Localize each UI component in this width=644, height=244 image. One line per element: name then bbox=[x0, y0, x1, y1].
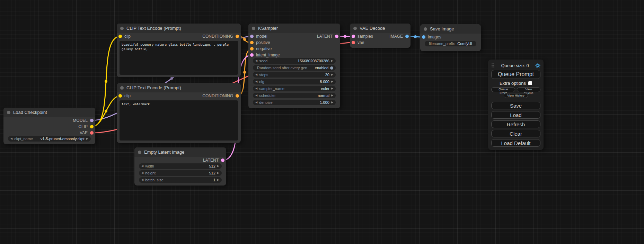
widget-name: denoise bbox=[259, 100, 273, 105]
widget-filename-prefix[interactable]: filename_prefix ComfyUI bbox=[425, 41, 476, 46]
node-title-bar[interactable]: Empty Latent Image bbox=[134, 147, 226, 157]
widget-batch-size[interactable]: ◀ batch_size 1 ▶ bbox=[139, 177, 222, 183]
output-slot-conditioning: CONDITIONING bbox=[202, 93, 239, 99]
collapse-dot-icon[interactable] bbox=[353, 27, 357, 30]
input-slot-model: model bbox=[250, 33, 267, 39]
widget-sampler-name[interactable]: ◀ sampler_name euler ▶ bbox=[253, 86, 336, 91]
view-history-button[interactable]: View History bbox=[504, 93, 528, 98]
input-dot-latent-image[interactable] bbox=[250, 53, 254, 57]
input-dot-negative[interactable] bbox=[250, 47, 254, 51]
node-empty-latent-image[interactable]: Empty Latent Image LATENT ◀ width 512 ▶ … bbox=[134, 147, 226, 186]
increment-arrow-icon[interactable]: ▶ bbox=[331, 100, 333, 105]
decrement-arrow-icon[interactable]: ◀ bbox=[255, 72, 257, 78]
decrement-arrow-icon[interactable]: ◀ bbox=[255, 100, 257, 105]
refresh-button[interactable]: Refresh bbox=[491, 120, 540, 128]
input-dot-samples[interactable] bbox=[352, 35, 355, 38]
prev-value-arrow-icon[interactable]: ◀ bbox=[10, 136, 12, 142]
negative-prompt-textarea[interactable]: text, watermark bbox=[120, 100, 238, 141]
queue-front-button[interactable]: Queue Front bbox=[491, 87, 515, 92]
collapse-dot-icon[interactable] bbox=[138, 151, 141, 154]
next-value-arrow-icon[interactable]: ▶ bbox=[86, 136, 88, 142]
input-dot-images[interactable] bbox=[422, 35, 425, 39]
node-title-bar[interactable]: CLIP Text Encode (Prompt) bbox=[117, 24, 241, 33]
widget-steps[interactable]: ◀ steps 20 ▶ bbox=[253, 72, 336, 78]
node-vae-decode[interactable]: VAE Decode samples vae IMAGE bbox=[350, 24, 411, 48]
node-title: KSampler bbox=[258, 26, 278, 31]
increment-arrow-icon[interactable]: ▶ bbox=[217, 170, 219, 176]
slot-label: VAE bbox=[80, 130, 88, 135]
toggle-dot-icon[interactable] bbox=[330, 66, 333, 70]
save-button[interactable]: Save bbox=[491, 102, 540, 109]
widget-height[interactable]: ◀ height 512 ▶ bbox=[139, 170, 222, 176]
input-dot-positive[interactable] bbox=[250, 41, 254, 44]
node-title: CLIP Text Encode (Prompt) bbox=[126, 26, 181, 31]
widget-scheduler[interactable]: ◀ scheduler normal ▶ bbox=[253, 93, 336, 98]
node-load-checkpoint[interactable]: Load Checkpoint MODEL CLIP VAE ◀ ckpt_na… bbox=[3, 108, 95, 144]
clear-button[interactable]: Clear bbox=[491, 130, 540, 137]
load-button[interactable]: Load bbox=[491, 111, 540, 119]
node-title-bar[interactable]: VAE Decode bbox=[350, 24, 411, 33]
next-value-arrow-icon[interactable]: ▶ bbox=[331, 93, 333, 98]
input-dot-model[interactable] bbox=[250, 35, 254, 38]
node-ksampler[interactable]: KSampler model positive negative latent_… bbox=[248, 24, 340, 108]
output-dot-clip[interactable] bbox=[90, 125, 94, 128]
prev-value-arrow-icon[interactable]: ◀ bbox=[255, 86, 257, 91]
extra-options-checkbox[interactable] bbox=[528, 81, 532, 85]
increment-arrow-icon[interactable]: ▶ bbox=[331, 79, 333, 84]
view-queue-button[interactable]: View Queue bbox=[517, 87, 540, 92]
widget-cfg[interactable]: ◀ cfg 8.000 ▶ bbox=[253, 79, 336, 84]
queue-prompt-button[interactable]: Queue Prompt bbox=[491, 70, 540, 79]
collapse-dot-icon[interactable] bbox=[252, 27, 255, 30]
output-dot-model[interactable] bbox=[90, 119, 94, 122]
prev-value-arrow-icon[interactable]: ◀ bbox=[255, 93, 257, 98]
input-dot-clip[interactable] bbox=[118, 35, 122, 38]
node-clip-text-encode-negative[interactable]: CLIP Text Encode (Prompt) clip CONDITION… bbox=[117, 83, 241, 143]
drag-handle-icon[interactable] bbox=[491, 63, 495, 68]
input-dot-clip[interactable] bbox=[118, 94, 122, 98]
output-dot-vae[interactable] bbox=[90, 131, 94, 135]
node-graph-canvas[interactable]: Load Checkpoint MODEL CLIP VAE ◀ ckpt_na… bbox=[0, 0, 644, 244]
node-save-image[interactable]: Save Image images filename_prefix ComfyU… bbox=[420, 24, 481, 51]
decrement-arrow-icon[interactable]: ◀ bbox=[141, 163, 143, 169]
decrement-arrow-icon[interactable]: ◀ bbox=[255, 58, 257, 64]
decrement-arrow-icon[interactable]: ◀ bbox=[141, 177, 143, 183]
node-title-bar[interactable]: Save Image bbox=[420, 24, 481, 34]
collapse-dot-icon[interactable] bbox=[120, 86, 124, 90]
collapse-dot-icon[interactable] bbox=[120, 27, 124, 30]
increment-arrow-icon[interactable]: ▶ bbox=[217, 163, 219, 169]
output-dot-conditioning[interactable] bbox=[236, 94, 239, 98]
widget-width[interactable]: ◀ width 512 ▶ bbox=[139, 163, 222, 169]
node-title: Empty Latent Image bbox=[144, 150, 184, 155]
widget-name: filename_prefix bbox=[429, 42, 455, 46]
collapse-dot-icon[interactable] bbox=[7, 111, 10, 114]
input-dot-vae[interactable] bbox=[352, 41, 355, 44]
increment-arrow-icon[interactable]: ▶ bbox=[331, 58, 333, 64]
output-dot-latent[interactable] bbox=[335, 35, 338, 38]
widget-name: ckpt_name bbox=[14, 137, 33, 141]
increment-arrow-icon[interactable]: ▶ bbox=[331, 72, 333, 78]
link-midpoint-dot bbox=[105, 80, 107, 83]
load-default-button[interactable]: Load Default bbox=[491, 139, 540, 147]
widget-control-after-generate[interactable]: Random seed after every gen enabled bbox=[253, 65, 336, 71]
widget-denoise[interactable]: ◀ denoise 1.000 ▶ bbox=[253, 100, 336, 105]
widget-seed[interactable]: ◀ seed 156680208700286 ▶ bbox=[253, 58, 336, 64]
increment-arrow-icon[interactable]: ▶ bbox=[217, 177, 219, 183]
output-slot-image: IMAGE bbox=[389, 33, 409, 39]
settings-gear-icon[interactable] bbox=[535, 63, 540, 68]
node-title-bar[interactable]: CLIP Text Encode (Prompt) bbox=[117, 83, 241, 92]
node-title-bar[interactable]: KSampler bbox=[248, 24, 340, 33]
widget-name: Random seed after every gen bbox=[257, 66, 307, 70]
slot-label: LATENT bbox=[317, 34, 333, 39]
decrement-arrow-icon[interactable]: ◀ bbox=[141, 170, 143, 176]
output-dot-conditioning[interactable] bbox=[236, 35, 239, 38]
collapse-dot-icon[interactable] bbox=[424, 27, 427, 31]
node-clip-text-encode-positive[interactable]: CLIP Text Encode (Prompt) clip CONDITION… bbox=[117, 24, 241, 77]
output-dot-image[interactable] bbox=[405, 35, 409, 38]
slot-label: IMAGE bbox=[389, 34, 403, 39]
widget-ckpt-name[interactable]: ◀ ckpt_name v1-5-pruned-emaonly.ckpt ▶ bbox=[8, 136, 91, 142]
decrement-arrow-icon[interactable]: ◀ bbox=[255, 79, 257, 84]
node-title-bar[interactable]: Load Checkpoint bbox=[3, 108, 95, 117]
output-dot-latent[interactable] bbox=[221, 159, 224, 162]
positive-prompt-textarea[interactable]: beautiful scenery nature glass bottle la… bbox=[120, 41, 238, 75]
next-value-arrow-icon[interactable]: ▶ bbox=[331, 86, 333, 91]
